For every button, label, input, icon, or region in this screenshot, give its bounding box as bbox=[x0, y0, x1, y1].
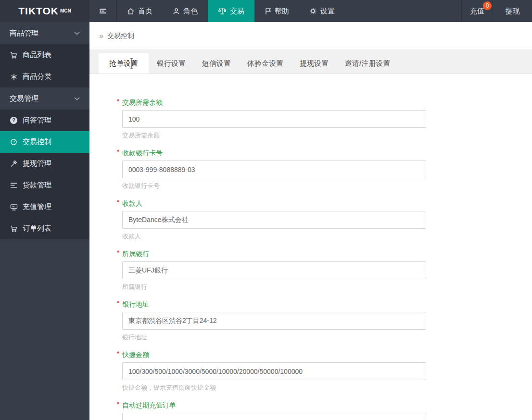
helper-text: 收款人 bbox=[122, 233, 532, 240]
field-label: * 银行地址 bbox=[122, 300, 149, 309]
field-label: * 交易所需余额 bbox=[122, 99, 163, 107]
form-field-bank-address: * 银行地址 银行地址 bbox=[122, 300, 532, 341]
sidebar-group-label: 交易管理 bbox=[10, 94, 38, 103]
list-lines-icon bbox=[10, 182, 18, 188]
sidebar-item-qa-management[interactable]: ? 问答管理 bbox=[0, 110, 89, 131]
sidebar-item-loan-management[interactable]: 贷款管理 bbox=[0, 174, 89, 196]
sidebar-item-recharge-management[interactable]: 充值管理 bbox=[0, 196, 89, 218]
question-circle-icon: ? bbox=[10, 117, 18, 124]
nav-item-help[interactable]: 帮助 bbox=[254, 0, 299, 22]
form-field-payee: * 收款人 收款人 bbox=[122, 199, 532, 240]
nav-item-home[interactable]: 首页 bbox=[117, 0, 163, 22]
required-asterisk: * bbox=[117, 148, 119, 156]
sidebar-item-withdraw-management[interactable]: 提现管理 bbox=[0, 153, 89, 174]
sidebar-item-label: 充值管理 bbox=[23, 202, 51, 211]
settings-tabbar: 抢单设置 银行设置 短信设置 体验金设置 提现设置 邀请/注册设置 bbox=[89, 50, 532, 74]
tab-label: 体验金设置 bbox=[247, 59, 283, 67]
bank-name-input[interactable] bbox=[122, 261, 426, 279]
board-icon bbox=[10, 204, 18, 210]
sidebar-item-label: 订单列表 bbox=[23, 224, 51, 233]
bank-card-number-input[interactable] bbox=[122, 161, 426, 178]
tab-withdraw-settings[interactable]: 提现设置 bbox=[291, 53, 337, 74]
payee-input[interactable] bbox=[122, 211, 426, 229]
header-right: 充值 0 提现 bbox=[461, 0, 532, 22]
gauge-icon bbox=[10, 138, 18, 146]
chevron-down-icon bbox=[74, 32, 80, 35]
tab-label: 抢单设置 bbox=[109, 59, 138, 67]
tab-bank-settings[interactable]: 银行设置 bbox=[149, 53, 194, 74]
required-asterisk: * bbox=[117, 349, 119, 358]
breadcrumb: » 交易控制 bbox=[89, 22, 532, 50]
nav-item-label: 首页 bbox=[138, 7, 152, 16]
tab-label: 银行设置 bbox=[157, 59, 186, 67]
sidebar-item-product-list[interactable]: 商品列表 bbox=[0, 44, 89, 66]
nav-item-label: 交易 bbox=[230, 7, 244, 16]
recharge-count-badge: 0 bbox=[483, 1, 492, 10]
field-label: * 自动过期充值订单 bbox=[122, 401, 176, 409]
app-logo: TIKTOKMCN bbox=[0, 0, 89, 22]
scales-icon bbox=[218, 7, 227, 15]
flag-icon bbox=[265, 8, 271, 15]
sidebar-submenu-trade: ? 问答管理 交易控制 提现管理 bbox=[0, 110, 89, 239]
sidebar: 商品管理 商品列表 bbox=[0, 22, 89, 420]
required-balance-input[interactable] bbox=[122, 110, 426, 128]
helper-text: 快捷金额，提示充值页面快捷金额 bbox=[122, 384, 532, 392]
chevron-down-icon bbox=[74, 97, 80, 100]
required-asterisk: * bbox=[117, 400, 119, 408]
sidebar-group-label: 商品管理 bbox=[10, 29, 38, 38]
sidebar-item-label: 提现管理 bbox=[23, 159, 51, 168]
sidebar-item-label: 商品列表 bbox=[23, 50, 51, 60]
helper-text: 所属银行 bbox=[122, 283, 532, 291]
withdraw-label: 提现 bbox=[506, 7, 520, 16]
helper-text: 收款银行卡号 bbox=[122, 182, 532, 190]
sidebar-group-products[interactable]: 商品管理 bbox=[0, 22, 89, 44]
cart-icon bbox=[10, 52, 18, 59]
sidebar-submenu-products: 商品列表 商品分类 bbox=[0, 44, 89, 87]
required-asterisk: * bbox=[117, 198, 119, 206]
tab-sms-settings[interactable]: 短信设置 bbox=[194, 53, 239, 74]
nav-item-trade[interactable]: 交易 bbox=[208, 0, 254, 22]
settings-form: * 交易所需余额 交易所需余额 * 收款银行卡号 收款银行卡号 * 收款人 bbox=[89, 74, 532, 420]
auto-expire-order-input[interactable] bbox=[122, 413, 426, 420]
sidebar-collapse-button[interactable] bbox=[89, 0, 117, 22]
sidebar-item-label: 商品分类 bbox=[23, 72, 51, 81]
breadcrumb-arrows-icon: » bbox=[99, 32, 103, 40]
helper-text: 交易所需余额 bbox=[122, 132, 532, 139]
field-label: * 收款人 bbox=[122, 199, 142, 208]
home-icon bbox=[127, 8, 135, 15]
sidebar-group-trade[interactable]: 交易管理 bbox=[0, 87, 89, 110]
gavel-icon bbox=[10, 160, 18, 167]
helper-text: 银行地址 bbox=[122, 334, 532, 341]
quick-amounts-input[interactable] bbox=[122, 362, 426, 380]
nav-item-role[interactable]: 角色 bbox=[163, 0, 208, 22]
recharge-button[interactable]: 充值 0 bbox=[461, 0, 493, 22]
field-label: * 收款银行卡号 bbox=[122, 149, 163, 157]
form-field-bank-card-number: * 收款银行卡号 收款银行卡号 bbox=[122, 148, 532, 190]
user-icon bbox=[173, 8, 180, 15]
withdraw-button[interactable]: 提现 bbox=[493, 0, 532, 22]
nav-item-label: 角色 bbox=[183, 7, 198, 16]
sidebar-item-order-list[interactable]: 订单列表 bbox=[0, 218, 89, 239]
required-asterisk: * bbox=[117, 299, 119, 307]
form-field-auto-expire-order: * 自动过期充值订单 bbox=[122, 401, 532, 420]
tab-trial-fund-settings[interactable]: 体验金设置 bbox=[239, 53, 291, 74]
form-field-quick-amounts: * 快捷金额 快捷金额，提示充值页面快捷金额 bbox=[122, 350, 532, 392]
logo-text: TIKTOK bbox=[18, 5, 59, 17]
sidebar-item-product-category[interactable]: 商品分类 bbox=[0, 66, 89, 87]
tab-label: 邀请/注册设置 bbox=[345, 59, 390, 67]
nav-item-label: 设置 bbox=[320, 7, 335, 16]
hamburger-outdent-icon bbox=[99, 8, 107, 14]
top-header: TIKTOKMCN 首页 bbox=[0, 0, 532, 22]
tab-grab-order-settings[interactable]: 抢单设置 bbox=[99, 53, 149, 74]
required-asterisk: * bbox=[117, 97, 119, 105]
page-title: 交易控制 bbox=[107, 32, 134, 40]
bank-address-input[interactable] bbox=[122, 312, 426, 330]
nav-item-label: 帮助 bbox=[275, 7, 289, 16]
tab-invite-register-settings[interactable]: 邀请/注册设置 bbox=[337, 53, 398, 74]
sidebar-item-trade-control[interactable]: 交易控制 bbox=[0, 131, 89, 153]
admin-page: TIKTOKMCN 首页 bbox=[0, 0, 532, 420]
logo-sup: MCN bbox=[60, 8, 71, 13]
nav-item-settings[interactable]: 设置 bbox=[299, 0, 345, 22]
form-field-required-balance: * 交易所需余额 交易所需余额 bbox=[122, 98, 532, 139]
asterisk-icon bbox=[10, 74, 18, 80]
